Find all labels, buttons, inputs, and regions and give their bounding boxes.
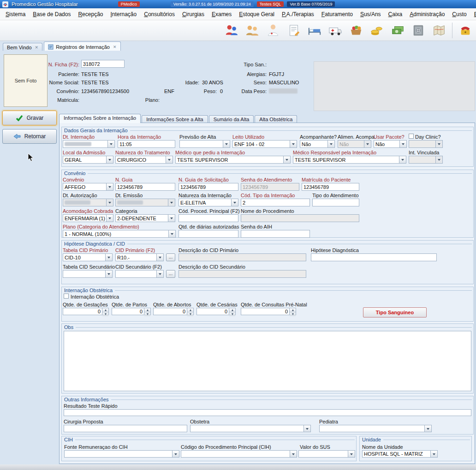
previsao-alta-combo[interactable] [179,140,230,148]
gravar-button[interactable]: Gravar [2,111,57,125]
menu-pa-terapias[interactable]: P.A./Terapias [278,10,318,19]
spinner-up-icon[interactable] [187,308,193,312]
tab-sumario-alta[interactable]: Sumário da Alta [209,115,254,123]
menu-consultorios[interactable]: Consultórios [140,10,178,19]
pediatra-combo[interactable] [319,425,432,432]
tab-informacoes-internacao[interactable]: Informações Sobre a Internação [59,114,141,123]
chevron-down-icon[interactable] [105,270,112,277]
spinner-up-icon[interactable] [290,308,296,312]
fonte-remuneracao-combo[interactable] [64,450,179,458]
nome-unidade-combo[interactable]: HOSPITAL SQL - MATRIZ [362,450,438,458]
spinner-down-icon[interactable] [229,312,235,316]
chevron-down-icon[interactable] [168,199,175,206]
dt-emissao-combo[interactable] [115,199,175,206]
chevron-down-icon[interactable] [156,270,163,277]
tipo-sanguineo-button[interactable]: Tipo Sanguíneo [363,307,427,317]
dt-internacao-combo[interactable] [63,140,115,148]
menu-cirurgias[interactable]: Cirurgias [178,10,208,19]
chevron-down-icon[interactable] [166,156,173,163]
menu-estoque-geral[interactable]: Estoque Geral [235,10,278,19]
chevron-down-icon[interactable] [430,451,437,457]
n-guia-solicitacao-input[interactable] [178,183,238,191]
chevron-down-icon[interactable] [303,425,310,432]
int-vinculada-combo[interactable] [409,156,443,164]
chevron-down-icon[interactable] [107,141,114,147]
chevron-down-icon[interactable] [231,199,238,206]
obstetra-combo[interactable] [190,425,311,432]
spinner-up-icon[interactable] [144,308,150,312]
ficha-input[interactable] [81,60,125,68]
chevron-down-icon[interactable] [106,183,113,190]
medico-responsavel-combo[interactable]: TESTE SUPERVISOR [293,156,406,164]
spinner-down-icon[interactable] [144,312,150,316]
day-clinic-combo[interactable] [409,140,443,148]
natureza-internacao-combo[interactable]: E-ELETIVA [178,199,238,206]
valor-sus-combo[interactable] [298,450,355,458]
reception-icon[interactable] [244,23,260,38]
doctor-icon[interactable] [265,23,281,38]
chevron-down-icon[interactable] [290,451,297,457]
senha-aih-input[interactable] [241,230,310,238]
usar-pacote-combo[interactable]: Não [374,140,407,148]
menu-sus-ans[interactable]: Sus/Ans [357,10,385,19]
spinner-down-icon[interactable] [290,312,296,316]
chevron-down-icon[interactable] [399,141,406,147]
phone-icon[interactable] [458,23,473,38]
spinner-up-icon[interactable] [229,308,235,312]
tab-alta-obstetrica[interactable]: Alta Obstétrica [255,115,297,123]
resultado-teste-rapido-input[interactable] [64,409,471,416]
hipotese-diagnostica-input[interactable] [311,253,437,261]
plano-categoria-combo[interactable]: 1 - NORMAL (100%) [63,230,176,238]
chevron-down-icon[interactable] [223,141,230,147]
qtde-prenatal-spinner[interactable]: 0 [241,308,296,315]
menu-caixa[interactable]: Caixa [385,10,406,19]
convenio-combo[interactable]: AFFEGO [63,183,113,191]
menu-custo[interactable]: Custo [448,10,470,19]
cod-tipo-internacao-input[interactable] [241,199,310,206]
cid-primario-browse-button[interactable]: ... [166,253,175,261]
qtde-gestacoes-spinner[interactable]: 0 [63,308,109,315]
cid-secundario-combo[interactable] [115,270,164,278]
chevron-down-icon[interactable] [172,451,179,457]
qtde-cesarias-spinner[interactable]: 0 [196,308,236,315]
spinner-down-icon[interactable] [187,312,193,316]
chevron-down-icon[interactable] [106,199,113,206]
natureza-tratamento-combo[interactable]: CIRURGICO [115,156,173,164]
menu-administracao[interactable]: Administração [406,10,448,19]
acomodacao-cobrada-combo[interactable]: ENFERMARIA (1) [63,214,113,222]
cod-proced-principal-input[interactable] [178,214,238,222]
close-icon[interactable]: ✕ [35,45,39,50]
chevron-down-icon[interactable] [435,156,442,163]
chevron-down-icon[interactable] [327,141,334,147]
bed-icon[interactable] [307,23,322,38]
categoria-combo[interactable]: 2-DEPENDENTE [115,214,175,222]
chevron-down-icon[interactable] [106,215,113,222]
cid-secundario-browse-button[interactable]: ... [166,270,175,278]
qtde-abortos-spinner[interactable]: 0 [153,308,194,315]
menu-recepcao[interactable]: Recepção [74,10,107,19]
chevron-down-icon[interactable] [106,156,113,163]
billing-icon[interactable] [369,23,385,38]
menu-faturamento[interactable]: Faturamento [318,10,357,19]
cirurgia-proposta-input[interactable] [64,425,187,432]
menu-exames[interactable]: Exames [208,10,235,19]
menu-base-de-dados[interactable]: Base de Dados [29,10,74,19]
local-admissao-combo[interactable]: GERAL [63,156,113,164]
medico-pediu-combo[interactable]: TESTE SUPERVISOR [175,156,291,164]
obs-textarea[interactable] [64,331,471,391]
leito-combo[interactable]: ENF 104 - 02 [232,140,297,148]
qtd-diarias-input[interactable] [178,230,238,238]
chevron-down-icon[interactable] [156,254,163,261]
hora-internacao-input[interactable] [118,140,175,148]
chevron-down-icon[interactable] [283,156,290,163]
chevron-down-icon[interactable] [168,215,175,222]
cid-primario-combo[interactable]: R10.- [115,253,164,261]
chevron-down-icon[interactable] [348,451,355,457]
menu-bi[interactable]: BI [470,10,476,19]
chevron-down-icon[interactable] [364,141,371,147]
internacao-obstetrica-checkbox[interactable] [64,294,69,299]
patients-icon[interactable] [224,23,239,38]
menu-internacao[interactable]: Internação [107,10,140,19]
spinner-down-icon[interactable] [102,312,108,316]
alimen-acompa-combo[interactable]: Não [338,140,371,148]
